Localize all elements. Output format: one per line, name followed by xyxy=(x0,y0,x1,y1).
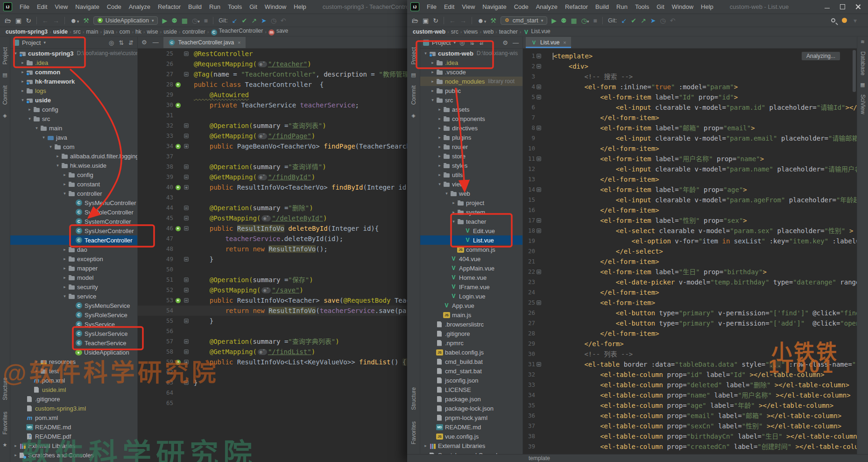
tree-chevron-icon[interactable]: ▸ xyxy=(436,116,443,121)
open-folder-icon[interactable]: 🗁 xyxy=(412,17,418,24)
tree-chevron-icon[interactable]: ▸ xyxy=(33,369,40,373)
collapse-all-icon[interactable]: ⇵ xyxy=(128,39,134,46)
spring-bean-gutter-icon[interactable] xyxy=(176,144,181,149)
editor[interactable]: V List.vue × 1−<template>2− <div>3 <!-- … xyxy=(523,37,857,462)
fold-marker-icon[interactable]: − xyxy=(184,134,189,138)
git-history-icon[interactable]: ◷ xyxy=(660,17,665,24)
user-profile-icon[interactable]: ☻▾ xyxy=(70,17,79,24)
menu-item[interactable]: File xyxy=(16,2,33,11)
build-hammer-icon[interactable]: ⚒ xyxy=(83,17,89,24)
tree-item[interactable]: ▾main xyxy=(10,123,137,133)
fold-marker-icon[interactable]: + xyxy=(184,360,189,364)
tree-item[interactable]: ▾custom-webD:\tool\xiang-wis xyxy=(420,49,522,58)
tree-item[interactable]: ▸assets xyxy=(420,105,522,114)
tree-item[interactable]: custom-spring3.iml xyxy=(10,404,137,413)
tree-chevron-icon[interactable]: ▸ xyxy=(436,144,443,149)
tree-item[interactable]: cmd_build.bat xyxy=(420,357,522,366)
tree-item[interactable]: VIFrame.vue xyxy=(420,282,522,291)
locate-file-icon[interactable]: ◎ xyxy=(459,39,465,46)
tree-item[interactable]: ▸dao xyxy=(10,245,137,254)
tree-item[interactable]: ▸constant xyxy=(10,179,137,189)
tree-item[interactable]: ▸.vscode xyxy=(420,67,522,77)
expand-all-icon[interactable]: ⇅ xyxy=(469,39,474,46)
breadcrumb-item[interactable]: msave xyxy=(268,28,288,36)
url-inlay-icon[interactable]: ⊕ˇ xyxy=(261,287,271,293)
breadcrumb-item[interactable]: java xyxy=(104,28,114,35)
save-all-icon[interactable]: ▣ xyxy=(423,17,429,24)
menu-item[interactable]: Help xyxy=(290,2,310,11)
menu-item[interactable]: Analyze xyxy=(126,2,154,11)
tree-item[interactable]: mpom.xml xyxy=(10,376,137,385)
git-cherry-pick-icon[interactable]: ➤ xyxy=(650,17,656,24)
update-notification-icon[interactable] xyxy=(842,18,847,23)
open-folder-icon[interactable]: 🗁 xyxy=(5,17,11,24)
fold-marker-icon[interactable]: − xyxy=(536,270,541,274)
breadcrumb-item[interactable]: VList.vue xyxy=(523,28,550,36)
menu-item[interactable]: Code xyxy=(511,2,532,11)
tree-chevron-icon[interactable]: ▾ xyxy=(12,51,19,56)
stripe-favorites[interactable]: Favorites xyxy=(410,421,417,444)
tree-item[interactable]: ▸plugins xyxy=(420,133,522,142)
tree-chevron-icon[interactable]: ▸ xyxy=(61,266,68,270)
menu-item[interactable]: Help xyxy=(698,2,717,11)
stripe-project[interactable]: Project xyxy=(410,47,417,64)
more-icon[interactable]: ▾ xyxy=(854,17,857,24)
tree-chevron-icon[interactable]: ▾ xyxy=(450,219,457,224)
tree-item[interactable]: JSmain.js xyxy=(420,310,522,320)
coverage-icon[interactable]: ▦ xyxy=(182,17,188,24)
tree-chevron-icon[interactable]: ▸ xyxy=(436,126,443,130)
tree-chevron-icon[interactable]: ▸ xyxy=(19,88,26,93)
url-inlay-icon[interactable]: ⊕ˇ xyxy=(261,215,271,221)
tree-item[interactable]: CSysMenuService xyxy=(10,301,137,310)
tree-item[interactable]: ▸resources xyxy=(10,357,137,366)
git-rollback-icon[interactable]: ↶ xyxy=(670,17,676,24)
hide-panel-icon[interactable]: — xyxy=(513,39,519,46)
tree-chevron-icon[interactable]: ▸ xyxy=(33,359,40,364)
spring-bean-gutter-icon[interactable] xyxy=(176,185,181,190)
tree-chevron-icon[interactable]: ▸ xyxy=(61,256,68,261)
tree-item[interactable]: JScommon.js xyxy=(420,245,522,254)
tree-item[interactable]: package.json xyxy=(420,394,522,404)
tree-item[interactable]: ▾teacher xyxy=(420,217,522,226)
profiler-icon[interactable]: ◷▾ xyxy=(581,17,589,24)
settings-gear-icon[interactable]: ⚙ xyxy=(502,39,508,46)
tree-chevron-icon[interactable]: ▾ xyxy=(422,51,429,56)
run-config-select[interactable]: UsideApplication ▾ xyxy=(93,16,158,25)
expand-all-icon[interactable]: ⇅ xyxy=(119,39,124,46)
tree-item[interactable]: package-lock.json xyxy=(420,404,522,413)
tree-item[interactable]: ▾controller xyxy=(10,189,137,198)
chevron-down-icon[interactable]: ▾ xyxy=(453,40,456,45)
tree-item[interactable]: ▾views xyxy=(420,179,522,189)
tree-chevron-icon[interactable]: ▸ xyxy=(436,135,443,140)
tree-chevron-icon[interactable]: ▸ xyxy=(429,88,436,93)
breadcrumb-item[interactable]: uside xyxy=(163,28,177,35)
menu-item[interactable]: Refactor xyxy=(155,2,184,11)
tree-item[interactable]: ▾service xyxy=(10,291,137,301)
tree-item[interactable]: ▾java xyxy=(10,133,137,142)
spring-bean-gutter-icon[interactable] xyxy=(176,298,181,303)
tree-chevron-icon[interactable]: ▾ xyxy=(61,191,68,196)
tree-item[interactable]: README.pdf xyxy=(10,432,137,441)
fold-marker-icon[interactable]: + xyxy=(184,144,189,149)
close-icon[interactable] xyxy=(855,4,861,9)
git-history-icon[interactable]: ◷ xyxy=(271,17,276,24)
menu-item[interactable]: Navigate xyxy=(479,2,509,11)
breadcrumb-item[interactable]: custom-web xyxy=(413,28,445,35)
tree-item[interactable]: ▸mapper xyxy=(10,263,137,273)
tree-chevron-icon[interactable]: ▸ xyxy=(450,200,457,205)
tree-chevron-icon[interactable]: ▸ xyxy=(12,443,19,448)
tree-item[interactable]: pnpm-lock.yaml xyxy=(420,413,522,422)
fold-marker-icon[interactable]: − xyxy=(184,277,189,282)
git-push-icon[interactable]: ↗ xyxy=(251,17,257,24)
tree-item[interactable]: ▸directives xyxy=(420,123,522,133)
stripe-sciview[interactable]: SciView xyxy=(860,94,866,114)
fold-marker-icon[interactable]: − xyxy=(184,319,189,323)
menu-item[interactable]: Build xyxy=(592,2,612,11)
tree-item[interactable]: ▾custom-spring3D:\tool\xiang-wise\custom… xyxy=(10,49,137,58)
stop-icon[interactable]: ■ xyxy=(593,17,597,24)
tree-item[interactable]: ▸common xyxy=(10,67,137,77)
fold-marker-icon[interactable]: − xyxy=(536,187,541,192)
tree-chevron-icon[interactable]: ▸ xyxy=(436,107,443,112)
fold-marker-icon[interactable]: − xyxy=(184,175,189,179)
breadcrumb-item[interactable]: CTeacherController xyxy=(211,28,263,36)
